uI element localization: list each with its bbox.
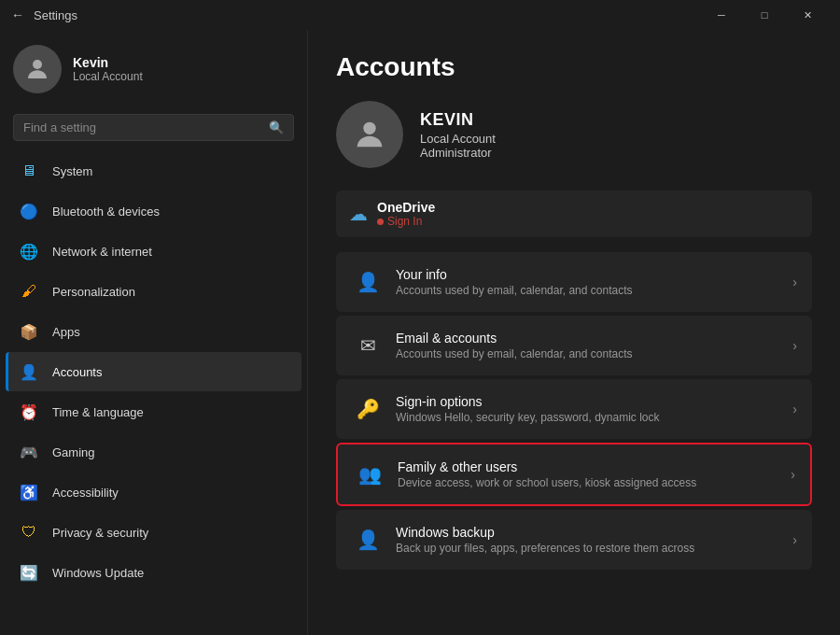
sidebar-item-system[interactable]: 🖥 System [6, 151, 301, 190]
settings-item-windows-backup[interactable]: 👤 Windows backup Back up your files, app… [336, 510, 812, 570]
settings-title-family-users: Family & other users [398, 459, 791, 474]
nav-label-update: Windows Update [52, 566, 144, 580]
settings-icon-email-accounts: ✉ [351, 329, 385, 362]
nav-icon-personalization: 🖌 [19, 281, 39, 302]
sidebar-item-time[interactable]: ⏰ Time & language [6, 392, 301, 431]
settings-icon-windows-backup: 👤 [351, 523, 385, 557]
avatar [13, 45, 62, 93]
nav-icon-accounts: 👤 [19, 361, 39, 382]
settings-title-windows-backup: Windows backup [396, 525, 792, 540]
nav-icon-update: 🔄 [19, 562, 39, 583]
settings-item-family-users[interactable]: 👥 Family & other users Device access, wo… [336, 443, 812, 506]
back-button[interactable]: ← [11, 7, 24, 22]
settings-icon-your-info: 👤 [351, 265, 385, 299]
svg-point-1 [363, 122, 375, 134]
onedrive-icon: ☁ [349, 203, 368, 225]
settings-text-your-info: Your info Accounts used by email, calend… [396, 267, 792, 297]
settings-item-your-info[interactable]: 👤 Your info Accounts used by email, cale… [336, 252, 812, 312]
nav-icon-time: ⏰ [19, 402, 39, 422]
settings-desc-email-accounts: Accounts used by email, calendar, and co… [396, 347, 792, 360]
settings-desc-your-info: Accounts used by email, calendar, and co… [396, 284, 792, 297]
chevron-icon-email-accounts: › [792, 338, 797, 353]
onedrive-name: OneDrive [377, 200, 435, 215]
close-button[interactable]: ✕ [786, 0, 829, 30]
account-avatar [336, 101, 403, 168]
main-layout: Kevin Local Account 🔍 🖥 System 🔵 Bluetoo… [0, 30, 840, 635]
page-title: Accounts [336, 52, 812, 82]
minimize-button[interactable]: ─ [700, 0, 743, 30]
nav-list: 🖥 System 🔵 Bluetooth & devices 🌐 Network… [0, 150, 307, 593]
nav-label-system: System [52, 164, 92, 178]
chevron-icon-signin-options: › [792, 402, 797, 416]
nav-icon-gaming: 🎮 [19, 442, 39, 462]
onedrive-status-dot [377, 219, 384, 225]
nav-label-apps: Apps [52, 325, 80, 339]
settings-icon-signin-options: 🔑 [351, 392, 385, 426]
settings-desc-signin-options: Windows Hello, security key, password, d… [396, 411, 792, 424]
user-info: Kevin Local Account [73, 55, 143, 83]
search-container: 🔍 [0, 108, 307, 150]
sidebar-item-personalization[interactable]: 🖌 Personalization [6, 272, 301, 311]
search-input[interactable] [23, 120, 261, 134]
settings-title-your-info: Your info [396, 267, 792, 282]
nav-label-network: Network & internet [52, 245, 152, 259]
account-role: Administrator [420, 146, 496, 160]
chevron-icon-windows-backup: › [792, 532, 797, 547]
settings-text-windows-backup: Windows backup Back up your files, apps,… [396, 525, 792, 555]
settings-text-signin-options: Sign-in options Windows Hello, security … [396, 394, 792, 424]
sidebar-item-apps[interactable]: 📦 Apps [6, 312, 301, 351]
settings-title-email-accounts: Email & accounts [396, 331, 792, 346]
content-area: Accounts KEVIN Local Account Administrat… [308, 30, 840, 635]
account-details: KEVIN Local Account Administrator [420, 110, 496, 160]
search-box[interactable]: 🔍 [13, 114, 294, 141]
onedrive-status: Sign In [377, 215, 435, 228]
window-controls: ─ □ ✕ [700, 0, 829, 30]
nav-icon-privacy: 🛡 [19, 522, 39, 543]
settings-item-email-accounts[interactable]: ✉ Email & accounts Accounts used by emai… [336, 316, 812, 375]
nav-label-gaming: Gaming [52, 445, 95, 459]
account-type: Local Account [420, 132, 496, 146]
sidebar-item-accounts[interactable]: 👤 Accounts [6, 352, 301, 391]
account-name: KEVIN [420, 110, 496, 130]
sidebar-item-bluetooth[interactable]: 🔵 Bluetooth & devices [6, 191, 301, 231]
nav-icon-apps: 📦 [19, 321, 39, 342]
nav-label-bluetooth: Bluetooth & devices [52, 205, 160, 219]
settings-item-signin-options[interactable]: 🔑 Sign-in options Windows Hello, securit… [336, 379, 812, 439]
onedrive-status-text: Sign In [387, 215, 422, 228]
sidebar: Kevin Local Account 🔍 🖥 System 🔵 Bluetoo… [0, 30, 308, 635]
settings-desc-family-users: Device access, work or school users, kio… [398, 476, 791, 489]
settings-text-family-users: Family & other users Device access, work… [398, 459, 791, 489]
nav-icon-network: 🌐 [19, 241, 39, 261]
title-bar: ← Settings ─ □ ✕ [0, 0, 840, 30]
search-icon: 🔍 [269, 120, 284, 134]
chevron-icon-family-users: › [791, 467, 795, 482]
maximize-button[interactable]: □ [743, 0, 786, 30]
user-name: Kevin [73, 55, 143, 70]
app-title: Settings [34, 8, 700, 22]
svg-point-0 [33, 60, 42, 69]
sidebar-item-network[interactable]: 🌐 Network & internet [6, 232, 301, 271]
nav-label-time: Time & language [52, 405, 144, 419]
chevron-icon-your-info: › [792, 275, 797, 289]
settings-desc-windows-backup: Back up your files, apps, preferences to… [396, 542, 792, 555]
onedrive-info: OneDrive Sign In [377, 200, 435, 228]
nav-label-privacy: Privacy & security [52, 526, 148, 540]
onedrive-banner[interactable]: ☁ OneDrive Sign In [336, 190, 812, 237]
nav-icon-bluetooth: 🔵 [19, 201, 39, 221]
nav-label-accessibility: Accessibility [52, 486, 119, 500]
sidebar-item-update[interactable]: 🔄 Windows Update [6, 553, 301, 592]
nav-icon-system: 🖥 [19, 161, 39, 181]
nav-label-accounts: Accounts [52, 365, 102, 379]
nav-label-personalization: Personalization [52, 285, 135, 299]
settings-text-email-accounts: Email & accounts Accounts used by email,… [396, 331, 792, 360]
nav-icon-accessibility: ♿ [19, 482, 39, 502]
sidebar-item-accessibility[interactable]: ♿ Accessibility [6, 473, 301, 512]
settings-items-list: 👤 Your info Accounts used by email, cale… [336, 252, 812, 570]
user-profile[interactable]: Kevin Local Account [0, 30, 307, 108]
account-card: KEVIN Local Account Administrator [336, 101, 812, 168]
sidebar-item-gaming[interactable]: 🎮 Gaming [6, 432, 301, 472]
user-account-type: Local Account [73, 70, 143, 83]
settings-title-signin-options: Sign-in options [396, 394, 792, 409]
sidebar-item-privacy[interactable]: 🛡 Privacy & security [6, 513, 301, 552]
settings-icon-family-users: 👥 [353, 458, 386, 491]
